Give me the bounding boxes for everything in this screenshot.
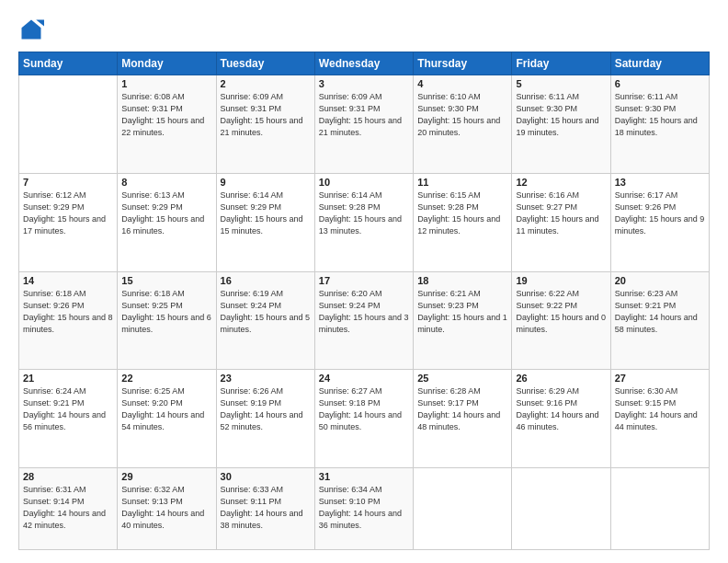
calendar-cell: 29Sunrise: 6:32 AMSunset: 9:13 PMDayligh… bbox=[118, 468, 216, 550]
day-number: 1 bbox=[121, 78, 211, 89]
day-number: 28 bbox=[23, 471, 113, 482]
day-number: 30 bbox=[221, 471, 311, 482]
cell-text: Sunrise: 6:09 AMSunset: 9:31 PMDaylight:… bbox=[319, 91, 409, 139]
cell-text: Sunrise: 6:27 AMSunset: 9:18 PMDaylight:… bbox=[319, 385, 409, 433]
calendar-cell: 2Sunrise: 6:09 AMSunset: 9:31 PMDaylight… bbox=[216, 75, 314, 174]
cell-text: Sunrise: 6:30 AMSunset: 9:15 PMDaylight:… bbox=[615, 385, 705, 433]
cell-text: Sunrise: 6:26 AMSunset: 9:19 PMDaylight:… bbox=[221, 385, 311, 433]
cell-text: Sunrise: 6:24 AMSunset: 9:21 PMDaylight:… bbox=[23, 385, 113, 433]
day-number: 2 bbox=[221, 78, 311, 89]
day-number: 22 bbox=[121, 373, 211, 384]
cell-text: Sunrise: 6:12 AMSunset: 9:29 PMDaylight:… bbox=[23, 190, 113, 237]
day-number: 9 bbox=[221, 177, 311, 188]
cell-text: Sunrise: 6:10 AMSunset: 9:30 PMDaylight:… bbox=[417, 91, 507, 139]
svg-marker-0 bbox=[22, 20, 41, 40]
header bbox=[18, 17, 710, 42]
cell-text: Sunrise: 6:14 AMSunset: 9:28 PMDaylight:… bbox=[319, 190, 409, 237]
day-number: 15 bbox=[121, 275, 211, 286]
cell-text: Sunrise: 6:09 AMSunset: 9:31 PMDaylight:… bbox=[221, 91, 311, 139]
cell-text: Sunrise: 6:21 AMSunset: 9:23 PMDaylight:… bbox=[417, 288, 507, 336]
calendar-cell: 18Sunrise: 6:21 AMSunset: 9:23 PMDayligh… bbox=[414, 271, 512, 370]
cell-text: Sunrise: 6:34 AMSunset: 9:10 PMDaylight:… bbox=[319, 484, 409, 532]
weekday-header-tuesday: Tuesday bbox=[216, 52, 314, 75]
weekday-header-thursday: Thursday bbox=[414, 52, 512, 75]
calendar-cell: 8Sunrise: 6:13 AMSunset: 9:29 PMDaylight… bbox=[118, 173, 216, 271]
cell-text: Sunrise: 6:17 AMSunset: 9:26 PMDaylight:… bbox=[615, 190, 705, 237]
calendar-cell: 1Sunrise: 6:08 AMSunset: 9:31 PMDaylight… bbox=[118, 75, 216, 174]
day-number: 3 bbox=[319, 78, 409, 89]
day-number: 26 bbox=[516, 373, 606, 384]
weekday-header-monday: Monday bbox=[118, 52, 216, 75]
calendar-cell: 20Sunrise: 6:23 AMSunset: 9:21 PMDayligh… bbox=[610, 271, 709, 370]
calendar-cell: 14Sunrise: 6:18 AMSunset: 9:26 PMDayligh… bbox=[19, 271, 118, 370]
weekday-header-saturday: Saturday bbox=[610, 52, 709, 75]
day-number: 23 bbox=[221, 373, 311, 384]
calendar-cell: 23Sunrise: 6:26 AMSunset: 9:19 PMDayligh… bbox=[216, 370, 314, 468]
calendar-cell bbox=[414, 468, 512, 550]
day-number: 18 bbox=[417, 275, 507, 286]
weekday-header-friday: Friday bbox=[512, 52, 610, 75]
day-number: 19 bbox=[516, 275, 606, 286]
calendar-cell bbox=[512, 468, 610, 550]
cell-text: Sunrise: 6:33 AMSunset: 9:11 PMDaylight:… bbox=[221, 484, 311, 532]
cell-text: Sunrise: 6:18 AMSunset: 9:25 PMDaylight:… bbox=[121, 288, 211, 336]
cell-text: Sunrise: 6:14 AMSunset: 9:29 PMDaylight:… bbox=[221, 190, 311, 237]
day-number: 14 bbox=[23, 275, 113, 286]
calendar-cell: 21Sunrise: 6:24 AMSunset: 9:21 PMDayligh… bbox=[19, 370, 118, 468]
cell-text: Sunrise: 6:19 AMSunset: 9:24 PMDaylight:… bbox=[221, 288, 311, 336]
cell-text: Sunrise: 6:15 AMSunset: 9:28 PMDaylight:… bbox=[417, 190, 507, 237]
calendar-cell: 17Sunrise: 6:20 AMSunset: 9:24 PMDayligh… bbox=[314, 271, 413, 370]
cell-text: Sunrise: 6:08 AMSunset: 9:31 PMDaylight:… bbox=[121, 91, 211, 139]
calendar-cell: 27Sunrise: 6:30 AMSunset: 9:15 PMDayligh… bbox=[610, 370, 709, 468]
calendar-cell: 24Sunrise: 6:27 AMSunset: 9:18 PMDayligh… bbox=[314, 370, 413, 468]
calendar-cell: 19Sunrise: 6:22 AMSunset: 9:22 PMDayligh… bbox=[512, 271, 610, 370]
cell-text: Sunrise: 6:13 AMSunset: 9:29 PMDaylight:… bbox=[121, 190, 211, 237]
day-number: 25 bbox=[417, 373, 507, 384]
calendar-cell: 4Sunrise: 6:10 AMSunset: 9:30 PMDaylight… bbox=[414, 75, 512, 174]
calendar-cell: 9Sunrise: 6:14 AMSunset: 9:29 PMDaylight… bbox=[216, 173, 314, 271]
day-number: 31 bbox=[319, 471, 409, 482]
calendar-cell: 31Sunrise: 6:34 AMSunset: 9:10 PMDayligh… bbox=[314, 468, 413, 550]
cell-text: Sunrise: 6:31 AMSunset: 9:14 PMDaylight:… bbox=[23, 484, 113, 532]
day-number: 16 bbox=[221, 275, 311, 286]
day-number: 6 bbox=[615, 78, 705, 89]
day-number: 27 bbox=[615, 373, 705, 384]
day-number: 11 bbox=[417, 177, 507, 188]
calendar-cell bbox=[610, 468, 709, 550]
cell-text: Sunrise: 6:29 AMSunset: 9:16 PMDaylight:… bbox=[516, 385, 606, 433]
day-number: 20 bbox=[615, 275, 705, 286]
cell-text: Sunrise: 6:11 AMSunset: 9:30 PMDaylight:… bbox=[615, 91, 705, 139]
calendar-table: SundayMondayTuesdayWednesdayThursdayFrid… bbox=[18, 52, 710, 550]
cell-text: Sunrise: 6:23 AMSunset: 9:21 PMDaylight:… bbox=[615, 288, 705, 336]
calendar-cell bbox=[19, 75, 118, 174]
cell-text: Sunrise: 6:18 AMSunset: 9:26 PMDaylight:… bbox=[23, 288, 113, 336]
day-number: 4 bbox=[417, 78, 507, 89]
calendar-cell: 11Sunrise: 6:15 AMSunset: 9:28 PMDayligh… bbox=[414, 173, 512, 271]
page: SundayMondayTuesdayWednesdayThursdayFrid… bbox=[0, 0, 728, 563]
calendar-cell: 3Sunrise: 6:09 AMSunset: 9:31 PMDaylight… bbox=[314, 75, 413, 174]
calendar-cell: 10Sunrise: 6:14 AMSunset: 9:28 PMDayligh… bbox=[314, 173, 413, 271]
calendar-cell: 5Sunrise: 6:11 AMSunset: 9:30 PMDaylight… bbox=[512, 75, 610, 174]
day-number: 29 bbox=[121, 471, 211, 482]
calendar-cell: 28Sunrise: 6:31 AMSunset: 9:14 PMDayligh… bbox=[19, 468, 118, 550]
cell-text: Sunrise: 6:16 AMSunset: 9:27 PMDaylight:… bbox=[516, 190, 606, 237]
cell-text: Sunrise: 6:28 AMSunset: 9:17 PMDaylight:… bbox=[417, 385, 507, 433]
calendar-cell: 22Sunrise: 6:25 AMSunset: 9:20 PMDayligh… bbox=[118, 370, 216, 468]
calendar-cell: 6Sunrise: 6:11 AMSunset: 9:30 PMDaylight… bbox=[610, 75, 709, 174]
cell-text: Sunrise: 6:22 AMSunset: 9:22 PMDaylight:… bbox=[516, 288, 606, 336]
day-number: 12 bbox=[516, 177, 606, 188]
logo-icon bbox=[18, 17, 44, 42]
day-number: 8 bbox=[121, 177, 211, 188]
calendar-cell: 7Sunrise: 6:12 AMSunset: 9:29 PMDaylight… bbox=[19, 173, 118, 271]
calendar-cell: 15Sunrise: 6:18 AMSunset: 9:25 PMDayligh… bbox=[118, 271, 216, 370]
day-number: 10 bbox=[319, 177, 409, 188]
day-number: 24 bbox=[319, 373, 409, 384]
day-number: 5 bbox=[516, 78, 606, 89]
weekday-header-sunday: Sunday bbox=[19, 52, 118, 75]
weekday-header-wednesday: Wednesday bbox=[314, 52, 413, 75]
calendar-cell: 16Sunrise: 6:19 AMSunset: 9:24 PMDayligh… bbox=[216, 271, 314, 370]
calendar-cell: 30Sunrise: 6:33 AMSunset: 9:11 PMDayligh… bbox=[216, 468, 314, 550]
calendar-cell: 26Sunrise: 6:29 AMSunset: 9:16 PMDayligh… bbox=[512, 370, 610, 468]
cell-text: Sunrise: 6:25 AMSunset: 9:20 PMDaylight:… bbox=[121, 385, 211, 433]
calendar-cell: 25Sunrise: 6:28 AMSunset: 9:17 PMDayligh… bbox=[414, 370, 512, 468]
